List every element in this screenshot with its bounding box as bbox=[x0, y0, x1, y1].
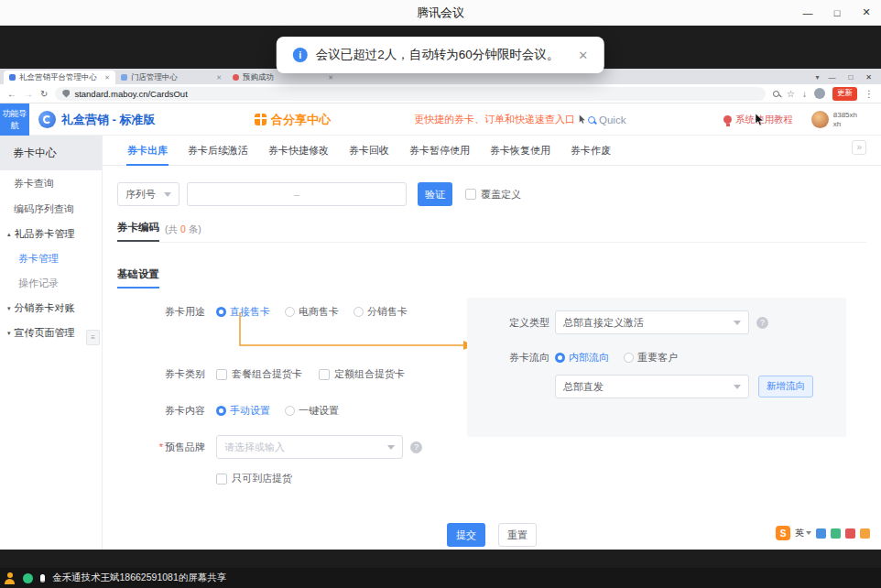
checkbox-icon bbox=[465, 189, 476, 200]
tab-close-icon[interactable]: ✕ bbox=[104, 74, 110, 82]
sidebar-item-card-mgmt[interactable]: 券卡管理 bbox=[0, 246, 102, 271]
pin-icon[interactable] bbox=[845, 528, 855, 539]
caret-down-icon: ▾ bbox=[7, 330, 11, 337]
translator-language-select[interactable]: 英 bbox=[795, 527, 811, 539]
flow-value: 总部直发 bbox=[563, 380, 604, 394]
overwrite-label: 覆盖定义 bbox=[481, 188, 521, 201]
define-type-select[interactable]: 总部直接定义激活 bbox=[555, 310, 749, 334]
chevron-down-icon bbox=[387, 445, 395, 450]
address-input[interactable]: standard.maboy.cn/CardsOut bbox=[55, 87, 766, 101]
browser-minimize-icon[interactable]: — bbox=[828, 73, 835, 82]
download-icon[interactable]: ↓ bbox=[802, 89, 807, 99]
browser-menu-icon[interactable]: ⋮ bbox=[865, 89, 874, 99]
sidebar-group-gift-card-mgmt[interactable]: ▴ 礼品券卡管理 bbox=[0, 222, 102, 246]
checkbox-store-pickup-only[interactable]: 只可到店提货 bbox=[216, 472, 292, 485]
tab-card-void[interactable]: 券卡作废 bbox=[560, 136, 621, 165]
codes-count-suffix: 条) bbox=[189, 223, 201, 236]
tab-favicon-icon bbox=[121, 74, 127, 81]
brand-select[interactable]: 请选择或输入 bbox=[216, 435, 403, 459]
tab-card-suspend[interactable]: 券卡暂停使用 bbox=[399, 136, 480, 165]
help-icon[interactable]: ? bbox=[756, 317, 768, 329]
chevron-down-icon bbox=[806, 531, 811, 535]
settings-icon[interactable] bbox=[860, 528, 870, 539]
browser-tab[interactable]: 门店管理中心 ✕ bbox=[115, 71, 227, 84]
close-button[interactable]: ✕ bbox=[852, 0, 881, 25]
sidebar-collapse-handle[interactable]: ≡ bbox=[86, 330, 100, 345]
toast-close-icon[interactable]: ✕ bbox=[578, 49, 588, 62]
bookmark-star-icon[interactable]: ☆ bbox=[787, 89, 795, 99]
radio-icon bbox=[216, 307, 226, 317]
tab-card-outbound[interactable]: 券卡出库 bbox=[117, 136, 178, 165]
sidebar-group-distribution-account[interactable]: ▾ 分销券卡对账 bbox=[0, 296, 102, 321]
microphone-icon[interactable] bbox=[40, 574, 45, 583]
radio-one-click-setting[interactable]: 一键设置 bbox=[285, 404, 339, 418]
mouse-cursor-icon bbox=[755, 114, 765, 126]
serial-range-input[interactable]: – bbox=[187, 182, 407, 206]
tab-card-quick-edit[interactable]: 券卡快捷修改 bbox=[258, 136, 339, 165]
site-security-icon[interactable] bbox=[62, 90, 70, 98]
reload-icon[interactable]: ↻ bbox=[40, 89, 48, 99]
speaker-icon[interactable] bbox=[816, 528, 826, 539]
tab-close-icon[interactable]: ✕ bbox=[328, 74, 333, 82]
promo-link[interactable]: 更快捷的券卡、订单和快递速查入口 bbox=[414, 103, 586, 136]
attendee-icon[interactable] bbox=[4, 572, 16, 584]
browser-maximize-icon[interactable]: □ bbox=[848, 73, 853, 82]
tab-card-recycle[interactable]: 券卡回收 bbox=[339, 136, 399, 165]
caret-down-icon: ▾ bbox=[7, 305, 11, 312]
browser-profile-avatar[interactable] bbox=[814, 88, 825, 99]
serial-type-select[interactable]: 序列号 bbox=[117, 182, 179, 206]
store-only-row: 只可到店提货 bbox=[216, 472, 309, 485]
verify-button[interactable]: 验证 bbox=[418, 182, 452, 206]
promo-text: 更快捷的券卡、订单和快递速查入口 bbox=[414, 113, 575, 126]
section-title: 基础设置 bbox=[117, 267, 159, 289]
checkbox-icon bbox=[216, 369, 227, 380]
tab-favicon-icon bbox=[233, 74, 239, 81]
tab-title: 礼盒营销平台管理中心 bbox=[19, 72, 101, 83]
zoom-icon[interactable] bbox=[773, 91, 779, 97]
browser-close-icon[interactable]: ✕ bbox=[865, 73, 872, 82]
reset-button[interactable]: 重置 bbox=[498, 523, 537, 547]
add-flow-button[interactable]: 新增流向 bbox=[758, 376, 813, 397]
meeting-toast: i 会议已超过2人，自动转为60分钟限时会议。 ✕ bbox=[277, 37, 604, 73]
screen-share-bar: 金禾通技术王斌18662591081的屏幕共享 bbox=[0, 568, 881, 588]
search-icon bbox=[588, 116, 595, 124]
sidebar-item-code-sequence-query[interactable]: 编码序列查询 bbox=[0, 196, 102, 222]
tab-list-icon[interactable]: ▾ bbox=[815, 73, 819, 82]
checkbox-label: 只可到店提货 bbox=[232, 472, 292, 485]
radio-important-customer[interactable]: 重要客户 bbox=[624, 351, 678, 365]
minimize-button[interactable]: — bbox=[793, 0, 822, 25]
copy-icon[interactable] bbox=[831, 528, 841, 539]
checkbox-icon bbox=[319, 369, 330, 380]
help-icon[interactable]: ? bbox=[410, 441, 422, 453]
sidebar-header: 券卡中心 bbox=[0, 136, 102, 170]
tab-card-followup-activate[interactable]: 券卡后续激活 bbox=[178, 136, 258, 165]
radio-internal-flow[interactable]: 内部流向 bbox=[555, 351, 609, 365]
tab-close-icon[interactable]: ✕ bbox=[216, 74, 222, 82]
user-avatar bbox=[811, 111, 829, 128]
back-icon[interactable]: ← bbox=[7, 89, 16, 99]
section-header: 基础设置 bbox=[117, 265, 866, 289]
browser-tab-active[interactable]: 礼盒营销平台管理中心 ✕ bbox=[4, 71, 115, 84]
flow-select[interactable]: 总部直发 bbox=[555, 375, 749, 398]
overwrite-checkbox[interactable]: 覆盖定义 bbox=[465, 188, 521, 201]
main-tabs: 券卡出库 券卡后续激活 券卡快捷修改 券卡回收 券卡暂停使用 券卡恢复使用 券卡… bbox=[103, 136, 881, 166]
update-button[interactable]: 更新 bbox=[832, 87, 857, 101]
tab-card-resume[interactable]: 券卡恢复使用 bbox=[480, 136, 560, 165]
sidebar-item-card-query[interactable]: 券卡查询 bbox=[0, 170, 102, 196]
quick-search[interactable]: Quick bbox=[588, 103, 625, 136]
radio-manual-setting[interactable]: 手动设置 bbox=[216, 404, 270, 418]
maximize-button[interactable]: □ bbox=[822, 0, 852, 25]
panel-collapse-button[interactable]: » bbox=[852, 140, 866, 155]
checkbox-fixed-combo-card[interactable]: 定额组合提货卡 bbox=[319, 367, 405, 381]
submit-button[interactable]: 提交 bbox=[447, 523, 485, 547]
bulb-icon bbox=[723, 115, 732, 124]
nav-toggle-button[interactable]: 功能导航 bbox=[0, 103, 29, 136]
user-profile[interactable]: 8385xh xh bbox=[811, 103, 857, 136]
translator-logo-icon[interactable]: S bbox=[776, 526, 790, 540]
sidebar-item-operation-log[interactable]: 操作记录 bbox=[0, 271, 102, 296]
serial-type-value: 序列号 bbox=[125, 188, 156, 201]
checkbox-package-combo-card[interactable]: 套餐组合提货卡 bbox=[216, 367, 302, 381]
usage-label: 券卡用途 bbox=[103, 305, 205, 319]
forward-icon[interactable]: → bbox=[24, 89, 33, 99]
share-center-link[interactable]: 合分享中心 bbox=[255, 103, 331, 136]
